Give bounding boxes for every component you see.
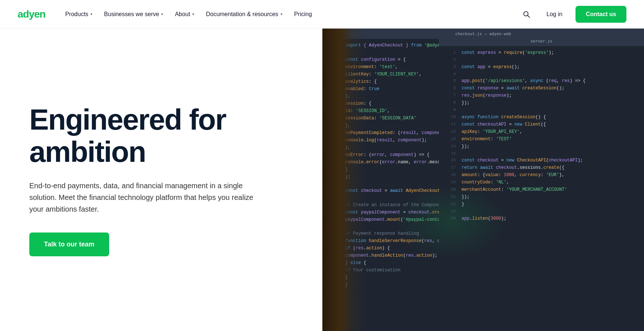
code-line-right: 3const app = express(); bbox=[439, 63, 644, 71]
code-line-right: 5app.post('/api/sessions', async (req, r… bbox=[439, 77, 644, 85]
businesses-chevron-icon: ▾ bbox=[161, 12, 163, 16]
code-line-right: 17 return await checkout.sessions.create… bbox=[439, 164, 644, 171]
search-button[interactable] bbox=[519, 7, 533, 21]
code-line-right: 10async function createSession() { bbox=[439, 114, 644, 121]
hero-title: Engineered for ambition bbox=[29, 104, 293, 168]
nav-item-products[interactable]: Products ▾ bbox=[60, 8, 97, 21]
nav-item-docs[interactable]: Documentation & resources ▾ bbox=[201, 8, 287, 21]
about-chevron-icon: ▾ bbox=[192, 12, 194, 16]
businesses-label: Businesses we serve bbox=[104, 11, 159, 18]
nav-item-pricing[interactable]: Pricing bbox=[289, 8, 317, 21]
code-line-right: 4 bbox=[439, 71, 644, 78]
code-line-right: 20 merchantAccount: 'YOUR_MERCHANT_ACCOU… bbox=[439, 186, 644, 193]
code-topbar-text: checkout.js — adyen-web bbox=[327, 31, 640, 36]
code-line-right: 6 const response = await createSession()… bbox=[439, 85, 644, 92]
code-line-right: 18 amount: {value: 1000, currency: 'EUR'… bbox=[439, 171, 644, 179]
docs-chevron-icon: ▾ bbox=[281, 12, 282, 16]
code-line-right: 16 const checkout = new CheckoutAPI(chec… bbox=[439, 157, 644, 164]
svg-point-0 bbox=[523, 11, 528, 16]
code-line-right: 24app.listen(3000); bbox=[439, 215, 644, 222]
code-line-right: 13 environment: 'TEST' bbox=[439, 135, 644, 143]
pricing-label: Pricing bbox=[294, 11, 312, 18]
svg-line-1 bbox=[528, 15, 530, 18]
products-label: Products bbox=[65, 11, 88, 18]
code-line-right: 11 const checkoutAPI = new Client({ bbox=[439, 121, 644, 128]
code-line-right: 19 countryCode: 'NL', bbox=[439, 179, 644, 186]
contact-us-button[interactable]: Contact us bbox=[575, 6, 626, 23]
hero-section: Engineered for ambition End-to-end payme… bbox=[0, 29, 644, 331]
products-chevron-icon: ▾ bbox=[90, 12, 92, 16]
code-line-right: 1const express = require('express'); bbox=[439, 49, 644, 56]
navbar: adyen Products ▾ Businesses we serve ▾ A… bbox=[0, 0, 644, 29]
logo[interactable]: adyen bbox=[18, 8, 45, 20]
nav-links: Products ▾ Businesses we serve ▾ About ▾… bbox=[60, 8, 519, 21]
logo-text: adyen bbox=[18, 8, 45, 20]
login-button[interactable]: Log in bbox=[542, 8, 567, 21]
code-panel-right: server.js 1const express = require('expr… bbox=[439, 36, 644, 331]
talk-to-team-button[interactable]: Talk to our team bbox=[29, 233, 109, 256]
hero-image: checkout.js — adyen-web 1import { AdyenC… bbox=[322, 29, 644, 331]
nav-item-about[interactable]: About ▾ bbox=[170, 8, 199, 21]
about-label: About bbox=[175, 11, 190, 18]
code-line-right: 8}); bbox=[439, 99, 644, 107]
code-line-right: 14 }); bbox=[439, 143, 644, 150]
code-line-right: 23 bbox=[439, 208, 644, 215]
nav-right: Log in Contact us bbox=[519, 6, 626, 23]
search-icon bbox=[522, 10, 530, 18]
code-line-right: 2 bbox=[439, 56, 644, 63]
hero-subtitle: End-to-end payments, data, and financial… bbox=[29, 180, 264, 215]
nav-item-businesses[interactable]: Businesses we serve ▾ bbox=[99, 8, 168, 21]
code-line-right: 22} bbox=[439, 201, 644, 208]
hero-content: Engineered for ambition End-to-end payme… bbox=[0, 29, 322, 331]
docs-label: Documentation & resources bbox=[206, 11, 278, 18]
code-line-right: 15 bbox=[439, 150, 644, 157]
code-line-right: 7 res.json(response); bbox=[439, 92, 644, 99]
code-line-right: 12 apiKey: 'YOUR_API_KEY', bbox=[439, 128, 644, 135]
code-line-right: 9 bbox=[439, 107, 644, 114]
code-line-right: 21 }); bbox=[439, 193, 644, 201]
